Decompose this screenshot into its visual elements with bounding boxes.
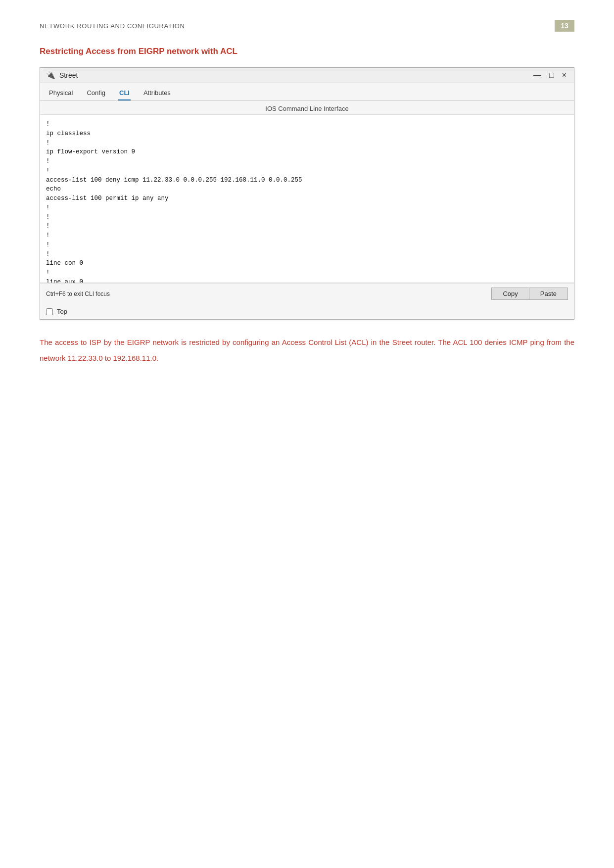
minimize-button[interactable]: — <box>532 71 543 79</box>
cli-hint: Ctrl+F6 to exit CLI focus <box>46 290 110 297</box>
page-number: 13 <box>555 20 574 32</box>
cli-footer: Ctrl+F6 to exit CLI focus Copy Paste <box>40 283 574 304</box>
maximize-button[interactable]: □ <box>548 71 556 79</box>
copy-button[interactable]: Copy <box>491 288 528 300</box>
tab-cli[interactable]: CLI <box>118 87 131 100</box>
window-title-label: Street <box>59 71 78 79</box>
section-heading: Restricting Access from EIGRP network wi… <box>40 47 574 56</box>
window-controls: — □ × <box>532 71 568 79</box>
top-checkbox[interactable] <box>46 308 53 315</box>
cli-section-label: IOS Command Line Interface <box>40 101 574 115</box>
paste-button[interactable]: Paste <box>529 288 568 300</box>
window-titlebar: 🔌 Street — □ × <box>40 68 574 83</box>
cli-buttons: Copy Paste <box>491 288 568 300</box>
tab-attributes[interactable]: Attributes <box>142 87 172 100</box>
body-paragraph: The access to ISP by the EIGRP network i… <box>40 335 574 366</box>
cli-terminal[interactable]: ! ip classless ! ip flow-export version … <box>40 115 574 283</box>
window-title-left: 🔌 Street <box>46 71 78 80</box>
top-label: Top <box>57 308 67 315</box>
close-button[interactable]: × <box>561 71 568 79</box>
tab-config[interactable]: Config <box>86 87 106 100</box>
page: NETWORK ROUTING AND CONFIGURATION 13 Res… <box>0 0 614 868</box>
window-bottom: Top <box>40 304 574 319</box>
page-header: NETWORK ROUTING AND CONFIGURATION 13 <box>40 20 574 32</box>
cisco-window: 🔌 Street — □ × Physical Config CLI Attri… <box>40 67 574 320</box>
tab-physical[interactable]: Physical <box>48 87 74 100</box>
window-tabs: Physical Config CLI Attributes <box>40 83 574 101</box>
router-icon: 🔌 <box>46 71 55 80</box>
page-title: NETWORK ROUTING AND CONFIGURATION <box>40 22 185 30</box>
